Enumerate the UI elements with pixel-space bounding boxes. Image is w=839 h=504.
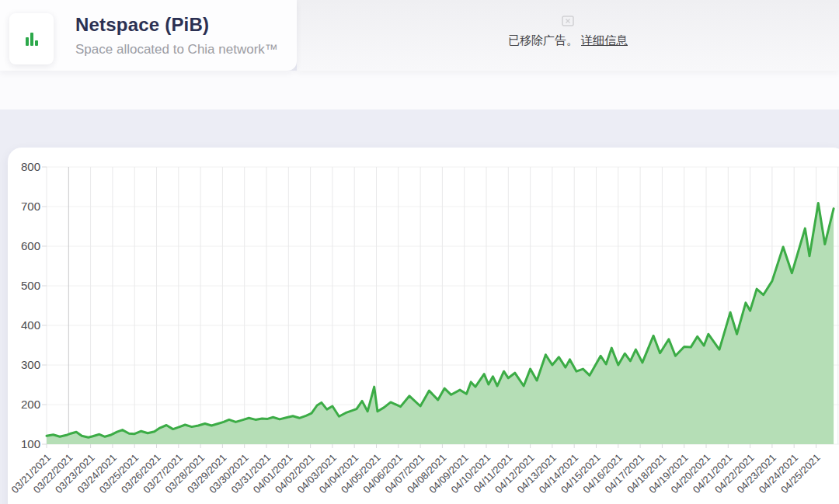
- netspace-chart[interactable]: 10020030040050060070080003/21/202103/22/…: [8, 148, 839, 504]
- bar-chart-icon: [26, 33, 38, 46]
- netspace-chart-card: 10020030040050060070080003/21/202103/22/…: [8, 148, 839, 504]
- ad-notice-panel: 已移除广告。详细信息: [297, 0, 839, 71]
- chart-header-panel: Netspace (PiB) Space allocated to Chia n…: [0, 0, 297, 71]
- y-axis-label: 400: [21, 318, 40, 332]
- y-axis-label: 200: [21, 398, 40, 411]
- ad-blocked-icon: [562, 16, 574, 26]
- y-axis-label: 100: [21, 437, 40, 450]
- page-subtitle: Space allocated to Chia network™: [75, 42, 278, 57]
- ad-details-link[interactable]: 详细信息: [581, 33, 628, 47]
- header-spacer-band: [0, 71, 839, 109]
- netspace-icon-card: [9, 13, 54, 64]
- y-axis-label: 700: [21, 200, 40, 213]
- y-axis-label: 800: [21, 160, 40, 173]
- y-axis: 100200300400500600700800: [21, 160, 47, 450]
- y-axis-label: 600: [21, 239, 40, 252]
- x-axis: 03/21/202103/22/202103/23/202103/24/2021…: [9, 444, 822, 495]
- y-axis-label: 300: [21, 358, 40, 371]
- page-title: Netspace (PiB): [75, 14, 209, 36]
- netspace-area-fill: [47, 203, 834, 444]
- y-axis-label: 500: [21, 279, 40, 292]
- ad-removed-text: 已移除广告。: [508, 33, 578, 47]
